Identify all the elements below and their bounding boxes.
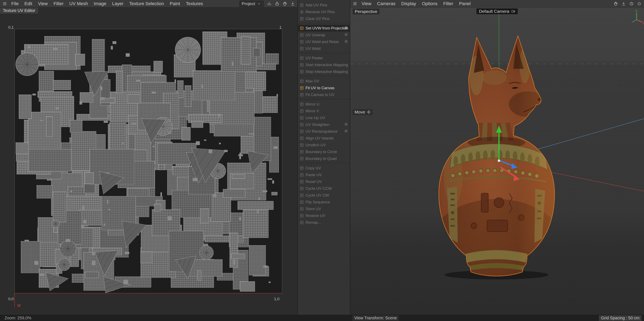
- menu-display[interactable]: Display: [399, 0, 419, 7]
- camera-swap-icon[interactable]: [511, 9, 515, 14]
- download-icon[interactable]: [290, 1, 296, 6]
- uv-command-remap[interactable]: Remap...: [298, 219, 350, 226]
- camera-label[interactable]: Default Camera: [476, 8, 518, 14]
- uv-command-boundary-to-quad[interactable]: Boundary to Quad: [298, 155, 350, 162]
- store-uv-icon: [300, 207, 304, 211]
- uv-command-restore-uv[interactable]: Restore UV: [298, 212, 350, 219]
- gizmo-center[interactable]: [498, 160, 500, 162]
- uv-command-label: UV Peeler: [306, 56, 323, 60]
- uv-command-label: Fit Canvas to UV: [306, 92, 334, 97]
- gear-icon[interactable]: [344, 32, 348, 37]
- uv-canvas-frame: [14, 29, 282, 294]
- axis-orientation-gizmo[interactable]: Y X: [632, 10, 644, 25]
- uv-command-uv-unwrap[interactable]: UV Unwrap: [298, 32, 350, 38]
- uv-command-remove-uv-pins[interactable]: Remove UV Pins: [298, 8, 350, 15]
- power-icon[interactable]: [636, 1, 642, 6]
- uv-command-boundary-to-circle[interactable]: Boundary to Circle: [298, 148, 350, 155]
- gear-icon[interactable]: [344, 26, 348, 30]
- axis-y-label: Y: [635, 10, 638, 13]
- menu-cameras[interactable]: Cameras: [374, 0, 398, 7]
- uv-command-uv-rectangularize[interactable]: UV Rectangularize: [298, 128, 350, 135]
- uv-weld-icon: [300, 46, 304, 51]
- menu-paint[interactable]: Paint: [167, 0, 183, 7]
- menu-image[interactable]: Image: [91, 0, 109, 7]
- model-anubis-jar[interactable]: [428, 36, 564, 294]
- uv-command-start-interactive-mapping[interactable]: Start Interactive Mapping: [298, 62, 350, 68]
- uv-command-uv-weld-and-relax[interactable]: UV Weld and Relax: [298, 38, 350, 45]
- uv-command-label: Align UV Islands: [306, 136, 334, 140]
- interactive-mapping-stop-icon: [300, 70, 304, 74]
- uv-command-mirror-u[interactable]: Mirror U: [298, 101, 350, 108]
- download-icon[interactable]: [621, 1, 626, 6]
- uv-command-mirror-v[interactable]: Mirror V: [298, 108, 350, 114]
- menu-uv-mesh[interactable]: UV Mesh: [67, 0, 91, 7]
- tab-texture-uv-editor[interactable]: Texture UV Editor: [0, 8, 38, 14]
- uv-command-clear-uv-pins[interactable]: Clear UV Pins: [298, 15, 350, 22]
- uv-command-label: Add UV Pins: [306, 3, 327, 8]
- gear-icon[interactable]: [344, 39, 348, 44]
- hand-icon[interactable]: [613, 1, 618, 6]
- uv-command-label: Line Up UV: [306, 116, 325, 120]
- uv-command-label: Start Interactive Mapping: [306, 63, 348, 67]
- uv-command-reset-uv[interactable]: Reset UV: [298, 178, 350, 185]
- uv-command-label: Remove UV Pins: [306, 10, 335, 14]
- project-dropdown[interactable]: Project: [240, 0, 264, 7]
- view-mode-label[interactable]: Perspective: [353, 9, 380, 14]
- uv-command-max-uv[interactable]: Max UV: [298, 78, 350, 84]
- uv-command-label: Stop Interactive Mapping: [306, 70, 348, 74]
- uv-command-set-uvw-from-projection[interactable]: Set UVW from Projection: [298, 25, 350, 32]
- uv-command-label: UV Straighten: [306, 122, 330, 127]
- zoom-status: Zoom: 259,0%: [4, 316, 31, 320]
- separator: [298, 99, 350, 100]
- uv-command-label: Store UV: [306, 207, 321, 211]
- uv-command-fit-canvas-to-uv[interactable]: Fit Canvas to UV: [298, 91, 350, 98]
- menu-edit[interactable]: Edit: [22, 0, 35, 7]
- uv-command-store-uv[interactable]: Store UV: [298, 206, 350, 212]
- menu-textures[interactable]: Textures: [183, 0, 206, 7]
- fit-uv-canvas-icon: [300, 86, 304, 90]
- history-icon[interactable]: [629, 1, 634, 6]
- uv-command-line-up-uv[interactable]: Line Up UV: [298, 114, 350, 121]
- menu-view[interactable]: View: [35, 0, 50, 7]
- uv-map-canvas[interactable]: [15, 29, 282, 293]
- gear-icon[interactable]: [344, 129, 348, 134]
- menu-layer[interactable]: Layer: [110, 0, 126, 7]
- uv-command-label: Set UVW from Projection: [306, 26, 348, 30]
- menu-filter[interactable]: Filter: [441, 0, 456, 7]
- separator: [298, 23, 350, 24]
- uv-command-cycle-uv-ccw[interactable]: Cycle UV CCW: [298, 185, 350, 192]
- menu-view[interactable]: View: [359, 0, 374, 7]
- uv-command-unstitch-uv[interactable]: Unstitch UV: [298, 142, 350, 148]
- hamburger-icon[interactable]: [352, 1, 358, 6]
- uv-command-fit-uv-to-canvas[interactable]: Fit UV to Canvas: [298, 84, 350, 91]
- gear-icon[interactable]: [344, 122, 348, 127]
- uv-command-paste-uv[interactable]: Paste UV: [298, 172, 350, 178]
- uv-command-copy-uv[interactable]: Copy UV: [298, 164, 350, 172]
- chart-icon[interactable]: [266, 1, 272, 6]
- uv-command-align-uv-islands[interactable]: Align UV Islands: [298, 135, 350, 142]
- menu-filter[interactable]: Filter: [51, 0, 66, 7]
- mirror-v-icon: [300, 109, 304, 113]
- uv-command-flip-sequence[interactable]: Flip Sequence: [298, 198, 350, 206]
- uv-command-stop-interactive-mapping[interactable]: Stop Interactive Mapping: [298, 68, 350, 75]
- cycle-cw-icon: [300, 193, 304, 198]
- uv-command-label: UV Weld and Relax: [306, 40, 339, 44]
- uv-command-uv-straighten[interactable]: UV Straighten: [298, 121, 350, 128]
- menu-options[interactable]: Options: [419, 0, 440, 7]
- lock-icon[interactable]: [274, 1, 280, 6]
- interactive-mapping-start-icon: [300, 63, 304, 67]
- hamburger-icon[interactable]: [2, 1, 8, 6]
- uv-command-uv-peeler[interactable]: UV Peeler: [298, 54, 350, 62]
- view-transform-status: View Transform: Scene: [352, 315, 399, 321]
- menu-panel[interactable]: Panel: [456, 0, 473, 7]
- menu-texture-selection[interactable]: Texture Selection: [126, 0, 167, 7]
- uv-command-uv-weld[interactable]: UV Weld: [298, 45, 350, 52]
- hand-icon[interactable]: [282, 1, 288, 6]
- uv-command-label: Reset UV: [306, 180, 322, 184]
- uv-command-add-uv-pins[interactable]: Add UV Pins: [298, 2, 350, 8]
- viewport-canvas[interactable]: Y X Perspective Default Camera Move: [350, 8, 644, 315]
- menu-file[interactable]: File: [9, 0, 21, 7]
- uv-command-cycle-uv-cw[interactable]: Cycle UV CW: [298, 192, 350, 198]
- uv-weld-relax-icon: [300, 40, 304, 44]
- uv-editor-toolbar: Project: [240, 0, 296, 7]
